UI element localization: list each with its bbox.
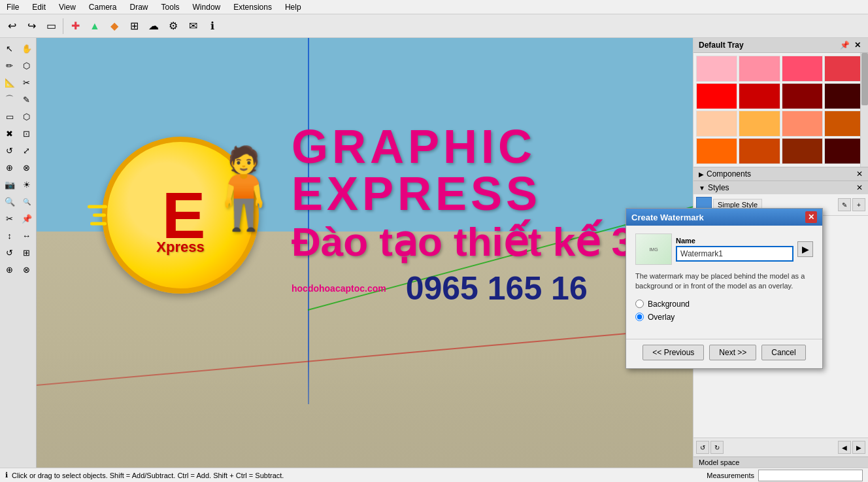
toolbar-paint[interactable]: ◆ <box>105 17 124 35</box>
tool-cut[interactable]: ✂ <box>19 75 35 90</box>
tool-scale[interactable]: ⤢ <box>19 143 35 158</box>
tool-move[interactable]: ✖ <box>2 126 18 141</box>
panel-icon-2[interactable]: ↻ <box>710 441 724 454</box>
swatch-5[interactable] <box>739 83 780 109</box>
dialog-name-input[interactable] <box>676 246 793 262</box>
toolbar-undo[interactable]: ↩ <box>3 17 21 35</box>
tray-header-icons: 📌 ✕ <box>839 40 863 50</box>
swatch-7[interactable] <box>824 83 865 109</box>
radio-background[interactable] <box>635 300 644 308</box>
tool-pencil[interactable]: ✏ <box>2 58 18 73</box>
components-header[interactable]: ▶ Components ✕ <box>693 167 868 181</box>
menu-view[interactable]: View <box>52 1 82 13</box>
tool-flip-v[interactable]: ↕ <box>2 228 18 243</box>
next-button[interactable]: Next >> <box>709 345 756 360</box>
components-close-icon[interactable]: ✕ <box>856 169 863 179</box>
swatches-scrollbar[interactable] <box>860 53 868 167</box>
panel-icon-3[interactable]: ◀ <box>838 441 851 454</box>
components-section: ▶ Components ✕ <box>693 167 868 181</box>
tool-light[interactable]: ☀ <box>19 177 35 192</box>
tool-rect[interactable]: ▭ <box>2 109 18 124</box>
tool-pin[interactable]: 📌 <box>19 211 35 226</box>
previous-button[interactable]: << Previous <box>643 345 704 360</box>
menu-window[interactable]: Window <box>186 1 227 13</box>
dialog-browse-button[interactable]: ▶ <box>797 241 813 257</box>
tool-add2[interactable]: ⊕ <box>2 262 18 277</box>
name-field-group: Name <box>676 237 793 262</box>
tool-circle[interactable]: ⬡ <box>19 109 35 124</box>
menu-camera[interactable]: Camera <box>82 1 124 13</box>
toolbar-grid[interactable]: ⊞ <box>125 17 143 35</box>
swatch-14[interactable] <box>782 138 823 164</box>
toolbar-add[interactable]: ✚ <box>66 17 84 35</box>
swatches-scroll-thumb[interactable] <box>861 53 868 105</box>
tool-rotate[interactable]: ↺ <box>2 143 18 158</box>
radio-overlay[interactable] <box>635 313 644 321</box>
radio-overlay-label[interactable]: Overlay <box>648 313 675 322</box>
panel-icon-4[interactable]: ▶ <box>852 441 865 454</box>
menu-draw[interactable]: Draw <box>124 1 155 13</box>
tool-measure[interactable]: 📐 <box>2 75 18 90</box>
color-swatches-container <box>693 53 868 167</box>
toolbar-shape[interactable]: ▲ <box>86 17 104 35</box>
swatch-3[interactable] <box>824 56 865 82</box>
swatch-13[interactable] <box>739 138 780 164</box>
swatch-12[interactable] <box>696 138 737 164</box>
tool-camera[interactable]: 📷 <box>2 177 18 192</box>
styles-close-icon[interactable]: ✕ <box>856 183 863 192</box>
tool-grid2[interactable]: ⊞ <box>19 245 35 260</box>
tool-polygon[interactable]: ⬡ <box>19 58 35 73</box>
viewport[interactable]: E Xpress 🧍 GRAPHIC EXPRESS Đào tạo thiết… <box>37 38 693 468</box>
menu-extensions[interactable]: Extensions <box>227 1 278 13</box>
menu-help[interactable]: Help <box>278 1 308 13</box>
swatch-0[interactable] <box>696 56 737 82</box>
radio-background-label[interactable]: Background <box>648 300 690 309</box>
measurements-input[interactable] <box>758 470 863 481</box>
style-add-btn[interactable]: + <box>852 198 865 211</box>
swatch-1[interactable] <box>739 56 780 82</box>
tool-section[interactable]: ✂ <box>2 211 18 226</box>
dialog-close-button[interactable]: ✕ <box>805 211 817 223</box>
swatch-9[interactable] <box>739 111 780 137</box>
tool-offset[interactable]: ⊕ <box>2 160 18 175</box>
style-edit-btn[interactable]: ✎ <box>838 198 851 211</box>
color-swatches <box>693 53 868 167</box>
toolbar-mail[interactable]: ✉ <box>184 17 202 35</box>
tool-rotate2[interactable]: ↺ <box>2 245 18 260</box>
dialog-name-row: IMG Name ▶ <box>635 233 813 265</box>
tool-pen[interactable]: ✎ <box>19 92 35 107</box>
panel-icon-1[interactable]: ↺ <box>696 441 709 454</box>
tool-select[interactable]: ↖ <box>2 41 18 56</box>
swatch-15[interactable] <box>824 138 865 164</box>
tray-close-icon[interactable]: ✕ <box>852 40 863 50</box>
watermark-image-preview: IMG <box>635 233 672 265</box>
tool-zoom-in[interactable]: 🔍 <box>2 194 18 209</box>
swatch-4[interactable] <box>696 83 737 109</box>
cancel-button[interactable]: Cancel <box>761 345 805 360</box>
tool-pan[interactable]: ✋ <box>19 41 35 56</box>
tool-mirror[interactable]: ⊗ <box>19 160 35 175</box>
swatch-2[interactable] <box>782 56 823 82</box>
dialog-titlebar: Create Watermark ✕ <box>626 209 822 226</box>
styles-header[interactable]: ▼ Styles ✕ <box>693 181 868 194</box>
swatch-6[interactable] <box>782 83 823 109</box>
menu-tools[interactable]: Tools <box>155 1 186 13</box>
menu-edit[interactable]: Edit <box>25 1 52 13</box>
tool-push[interactable]: ⊡ <box>19 126 35 141</box>
toolbar-redo[interactable]: ↪ <box>22 17 41 35</box>
tools-panel: ↖ ✋ ✏ ⬡ 📐 ✂ ⌒ ✎ ▭ ⬡ ✖ ⊡ ↺ ⤢ ⊕ ⊗ <box>0 38 37 468</box>
toolbar-open[interactable]: ▭ <box>42 17 60 35</box>
toolbar-info[interactable]: ℹ <box>203 17 222 35</box>
tray-pin-icon[interactable]: 📌 <box>839 40 850 50</box>
tool-arc[interactable]: ⌒ <box>2 92 18 107</box>
swatch-8[interactable] <box>696 111 737 137</box>
tool-flip-h[interactable]: ↔ <box>19 228 35 243</box>
status-icon: ℹ <box>5 471 8 479</box>
tool-zoom-out[interactable]: 🔍 <box>19 194 35 209</box>
swatch-10[interactable] <box>782 111 823 137</box>
swatch-11[interactable] <box>824 111 865 137</box>
tool-cross[interactable]: ⊗ <box>19 262 35 277</box>
toolbar-settings[interactable]: ⚙ <box>164 17 182 35</box>
menu-file[interactable]: File <box>0 1 25 13</box>
toolbar-cloud[interactable]: ☁ <box>144 17 163 35</box>
